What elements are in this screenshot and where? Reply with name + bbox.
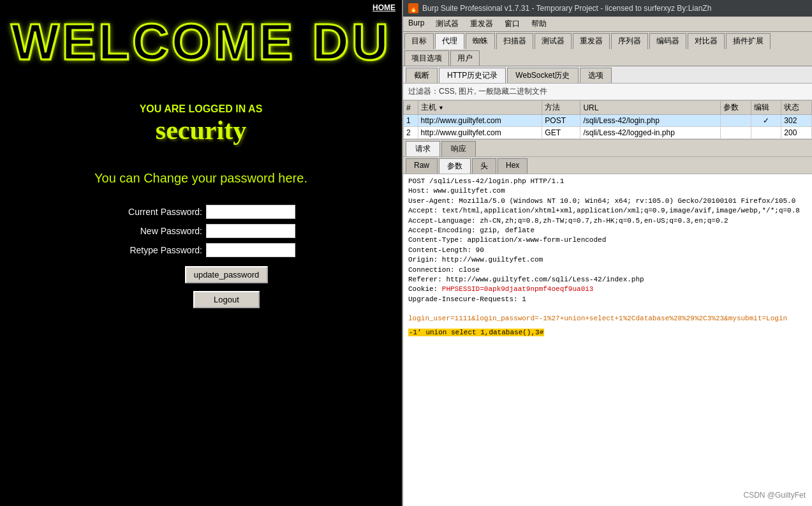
new-pwd-label: New Password:	[107, 226, 202, 236]
filter-bar: 过滤器：CSS, 图片, 一般隐藏二进制文件	[403, 84, 812, 100]
detail-tab-headers[interactable]: 头	[472, 158, 496, 174]
detail-tabs: Raw 参数 头 Hex	[403, 157, 812, 174]
payload-part: -1%27+union+select+1%2Cdatabase%28%29%2C…	[539, 315, 724, 322]
col-edited[interactable]: 编辑	[751, 101, 781, 115]
menu-tester[interactable]: 测试器	[433, 18, 461, 30]
tab-target[interactable]: 目标	[404, 33, 434, 49]
tab-extender[interactable]: 插件扩展	[726, 33, 771, 49]
tab-sequencer[interactable]: 序列器	[611, 33, 648, 49]
burp-logo-icon: 🔥	[408, 3, 418, 13]
table-row[interactable]: 1 http://www.guiltyfet.com POST /sqli/Le…	[404, 115, 812, 127]
cell-url: /sqli/Less-42/login.php	[580, 115, 721, 127]
menu-repeater[interactable]: 重发器	[468, 18, 496, 30]
subtab-intercept[interactable]: 截断	[406, 68, 438, 83]
request-content[interactable]: POST /sqli/Less-42/login.php HTTP/1.1 Ho…	[403, 174, 812, 506]
new-pwd-input[interactable]	[206, 224, 295, 238]
cell-num: 1	[404, 115, 418, 127]
tab-response[interactable]: 响应	[441, 141, 476, 156]
cell-status: 200	[781, 127, 812, 139]
tab-spider[interactable]: 蜘蛛	[466, 33, 495, 49]
menu-window[interactable]: 窗口	[502, 18, 522, 30]
burp-title: Burp Suite Professional v1.7.31 - Tempor…	[422, 4, 711, 13]
burp-subtabs: 截断 HTTP历史记录 WebSocket历史 选项	[403, 66, 812, 84]
left-panel: HOME WELCOME DU YOU ARE LOGGED IN AS sec…	[0, 0, 402, 506]
request-line-2: Host: www.guiltyfet.com	[408, 186, 807, 196]
retype-pwd-row: Retype Password:	[107, 243, 295, 257]
request-line-11: Referer: http://www.guiltyfet.com/sqli/L…	[408, 275, 807, 285]
tab-repeater[interactable]: 重发器	[573, 33, 610, 49]
tab-comparer[interactable]: 对比器	[688, 33, 725, 49]
request-line-7: Content-Type: application/x-www-form-url…	[408, 235, 807, 245]
tab-decoder[interactable]: 编码器	[649, 33, 686, 49]
detail-tab-raw[interactable]: Raw	[406, 158, 438, 174]
cell-params	[721, 127, 751, 139]
tab-scanner[interactable]: 扫描器	[496, 33, 533, 49]
welcome-title: WELCOME DU	[11, 13, 391, 71]
request-payload: login_user=1111&login_password=-1%27+uni…	[408, 314, 807, 324]
cell-edited: ✓	[751, 115, 781, 127]
subtab-http-history[interactable]: HTTP历史记录	[439, 68, 506, 83]
tab-proxy[interactable]: 代理	[435, 33, 464, 49]
http-history-table: # 主机 ▼ 方法 URL 参数 编辑 状态 1 http://www.guil…	[403, 100, 812, 139]
cell-edited	[751, 127, 781, 139]
cell-method: GET	[542, 127, 580, 139]
sort-arrow-host: ▼	[438, 105, 444, 111]
request-line-5: Accept-Language: zh-CN,zh;q=0.8,zh-TW;q=…	[408, 216, 807, 226]
detail-tab-params[interactable]: 参数	[439, 158, 471, 174]
col-url[interactable]: URL	[580, 101, 721, 115]
detail-tab-hex[interactable]: Hex	[498, 158, 528, 174]
cell-params	[721, 115, 751, 127]
current-pwd-input[interactable]	[206, 205, 295, 219]
logout-button[interactable]: Logout	[193, 291, 260, 308]
cell-status: 302	[781, 115, 812, 127]
request-blank	[408, 304, 807, 314]
request-line-3: User-Agent: Mozilla/5.0 (Windows NT 10.0…	[408, 197, 807, 206]
request-line-1: POST /sqli/Less-42/login.php HTTP/1.1	[408, 177, 807, 186]
csdn-watermark: CSDN @GuiltyFet	[743, 491, 806, 500]
request-line-cookie: Cookie: PHPSESSID=0apk9djaat9npmf4oeqf9u…	[408, 285, 807, 294]
subtab-options[interactable]: 选项	[580, 68, 612, 83]
tab-user[interactable]: 用户	[450, 50, 480, 66]
burp-main-tabs: 目标 代理 蜘蛛 扫描器 测试器 重发器 序列器 编码器 对比器 插件扩展 项目…	[403, 32, 812, 66]
current-pwd-row: Current Password:	[107, 205, 295, 219]
cell-url: /sqli/Less-42/logged-in.php	[580, 127, 721, 139]
cookie-value: PHPSESSID=0apk9djaat9npmf4oeqf9ua0i3	[442, 285, 594, 293]
request-line-9: Origin: http://www.guiltyfet.com	[408, 255, 807, 265]
burp-menubar: Burp 测试器 重发器 窗口 帮助	[403, 17, 812, 32]
tab-request[interactable]: 请求	[406, 141, 440, 156]
request-line-10: Connection: close	[408, 265, 807, 275]
burp-titlebar: 🔥 Burp Suite Professional v1.7.31 - Temp…	[403, 0, 812, 17]
col-host[interactable]: 主机 ▼	[418, 101, 542, 115]
home-link[interactable]: HOME	[373, 3, 395, 12]
col-params[interactable]: 参数	[721, 101, 751, 115]
request-line-4: Accept: text/html,application/xhtml+xml,…	[408, 206, 807, 216]
cell-host: http://www.guiltyfet.com	[418, 127, 542, 139]
col-status[interactable]: 状态	[781, 101, 812, 115]
current-pwd-label: Current Password:	[107, 207, 202, 217]
tab-intruder[interactable]: 测试器	[535, 33, 572, 49]
payload-box-container: -1' union select 1,database(),3#	[408, 328, 807, 338]
col-method[interactable]: 方法	[542, 101, 580, 115]
logged-in-label: YOU ARE LOGGED IN AS	[140, 103, 263, 115]
col-num[interactable]: #	[404, 101, 418, 115]
retype-pwd-input[interactable]	[206, 243, 295, 257]
update-password-button[interactable]: update_password	[185, 266, 269, 283]
http-history-table-container: # 主机 ▼ 方法 URL 参数 编辑 状态 1 http://www.guil…	[403, 100, 812, 140]
menu-burp[interactable]: Burp	[406, 18, 427, 30]
cell-method: POST	[542, 115, 580, 127]
burp-suite-panel: 🔥 Burp Suite Professional v1.7.31 - Temp…	[402, 0, 812, 506]
subtab-websocket-history[interactable]: WebSocket历史	[507, 68, 578, 83]
username-display: security	[156, 115, 246, 145]
request-line-6: Accept-Encoding: gzip, deflate	[408, 226, 807, 235]
change-pwd-text: You can Change your password here.	[94, 171, 307, 186]
cell-host: http://www.guiltyfet.com	[418, 115, 542, 127]
new-pwd-row: New Password:	[107, 224, 295, 238]
request-line-12: Upgrade-Insecure-Requests: 1	[408, 295, 807, 304]
tab-project-options[interactable]: 项目选项	[404, 50, 449, 66]
request-line-8: Content-Length: 90	[408, 246, 807, 255]
menu-help[interactable]: 帮助	[529, 18, 549, 30]
table-row[interactable]: 2 http://www.guiltyfet.com GET /sqli/Les…	[404, 127, 812, 139]
password-form: Current Password: New Password: Retype P…	[107, 205, 295, 308]
retype-pwd-label: Retype Password:	[107, 245, 202, 255]
payload-box: -1' union select 1,database(),3#	[408, 329, 544, 336]
